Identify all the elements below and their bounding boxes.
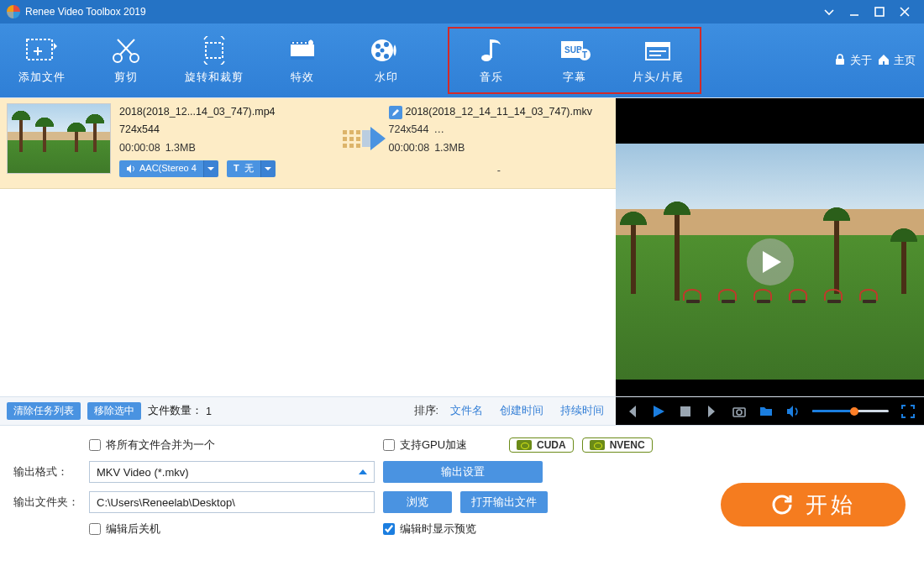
app-logo-icon — [7, 5, 20, 18]
volume-slider[interactable] — [812, 410, 889, 412]
output-format-combo[interactable]: MKV Video (*.mkv) — [89, 461, 375, 483]
lock-icon — [833, 53, 847, 69]
source-dur-size: 00:00:08 1.3MB — [119, 139, 340, 157]
video-preview[interactable] — [616, 98, 924, 425]
merge-checkbox-input[interactable] — [89, 439, 101, 451]
sort-by-duration[interactable]: 持续时间 — [560, 404, 604, 418]
close-button[interactable] — [892, 0, 917, 24]
clear-list-button[interactable]: 清除任务列表 — [7, 402, 81, 420]
toolbar-label: 字幕 — [563, 70, 586, 85]
prev-button[interactable] — [624, 404, 639, 419]
badge-label: NVENC — [610, 439, 645, 451]
nvidia-eye-icon — [590, 440, 605, 450]
browse-button[interactable]: 浏览 — [383, 491, 452, 513]
app-title: Renee Video Toolbox 2019 — [25, 6, 146, 18]
merge-files-checkbox[interactable]: 将所有文件合并为一个 — [89, 437, 307, 453]
sort-by-name[interactable]: 文件名 — [450, 404, 483, 418]
badge-label: CUDA — [537, 439, 566, 451]
remove-selected-button[interactable]: 移除选中 — [87, 402, 141, 420]
svg-rect-11 — [297, 42, 298, 44]
audio-track-chip[interactable]: AAC(Stereo 4 — [119, 160, 203, 177]
open-output-folder-button[interactable]: 打开输出文件 — [460, 491, 548, 513]
sort-by-created[interactable]: 创建时间 — [500, 404, 543, 418]
open-folder-button[interactable] — [759, 404, 774, 419]
link-label: 主页 — [894, 53, 916, 68]
list-toolbar: 清除任务列表 移除选中 文件数量： 1 排序: 文件名 创建时间 持续时间 — [0, 396, 616, 425]
gpu-checkbox-input[interactable] — [383, 439, 395, 451]
chip-prefix: T — [234, 160, 239, 176]
toolbar-label: 旋转和裁剪 — [185, 70, 244, 85]
sort-label: 排序: — [414, 404, 438, 418]
volume-icon[interactable] — [785, 404, 801, 419]
subtitle-track-chip[interactable]: T 无 — [227, 160, 260, 177]
subtitle-button[interactable]: SUBT 字幕 — [533, 29, 616, 92]
svg-rect-13 — [305, 42, 307, 44]
preview-checkbox-input[interactable] — [383, 523, 395, 535]
crop-rotate-icon — [197, 36, 231, 65]
output-format-label: 输出格式： — [13, 464, 81, 479]
shutdown-checkbox-input[interactable] — [89, 523, 101, 535]
checkbox-label: 支持GPU加速 — [400, 437, 467, 453]
output-progress-placeholder: - — [389, 162, 610, 180]
gpu-accel-checkbox[interactable]: 支持GPU加速 — [383, 437, 501, 453]
rotate-crop-button[interactable]: 旋转和裁剪 — [168, 24, 260, 97]
audio-chip-dropdown[interactable] — [203, 160, 218, 177]
fullscreen-button[interactable] — [900, 404, 916, 419]
music-button[interactable]: 音乐 — [449, 29, 533, 92]
preview-pane — [616, 98, 924, 425]
output-res-ellipsis: … — [433, 121, 444, 139]
svg-text:T: T — [582, 50, 587, 60]
start-label: 开始 — [806, 490, 856, 520]
next-button[interactable] — [705, 404, 720, 419]
cut-button[interactable]: 剪切 — [84, 24, 168, 97]
toolbar-label: 音乐 — [480, 70, 503, 85]
shutdown-after-checkbox[interactable]: 编辑后关机 — [89, 521, 307, 537]
output-size: 1.3MB — [434, 139, 465, 157]
chip-label: AAC(Stereo 4 — [139, 160, 197, 176]
main-toolbar: 添加文件 剪切 旋转和裁剪 特效 水印 音乐 SUBT 字幕 片头/片尾 — [0, 24, 924, 97]
svg-rect-3 — [34, 50, 42, 52]
snapshot-button[interactable] — [732, 404, 747, 419]
edit-output-icon[interactable] — [389, 106, 402, 119]
about-link[interactable]: 关于 — [833, 53, 872, 69]
subtitle-chip-dropdown[interactable] — [260, 160, 276, 177]
title-bar: Renee Video Toolbox 2019 — [0, 0, 924, 24]
svg-rect-32 — [836, 59, 844, 65]
toolbar-label: 水印 — [375, 70, 398, 85]
combo-value: MKV Video (*.mkv) — [97, 466, 189, 479]
output-settings-button[interactable]: 输出设置 — [383, 461, 543, 483]
add-file-button[interactable]: 添加文件 — [0, 24, 84, 97]
intro-outro-icon — [641, 36, 675, 65]
output-panel: 将所有文件合并为一个 支持GPU加速 CUDA NVENC 输出格式： MKV … — [0, 425, 924, 571]
checkbox-label: 将所有文件合并为一个 — [106, 437, 215, 453]
stop-button[interactable] — [678, 404, 693, 419]
file-row[interactable]: 2018(2018_12...14_03_747).mp4 724x544 00… — [0, 98, 616, 189]
output-folder-label: 输出文件夹： — [13, 495, 81, 510]
home-link[interactable]: 主页 — [877, 53, 916, 69]
player-controls — [616, 396, 924, 425]
source-duration: 00:00:08 — [119, 139, 160, 157]
maximize-button[interactable] — [867, 0, 892, 24]
toolbar-label: 特效 — [291, 70, 314, 85]
show-preview-checkbox[interactable]: 编辑时显示预览 — [383, 521, 476, 537]
play-overlay-button[interactable] — [747, 238, 794, 286]
play-button[interactable] — [651, 404, 666, 419]
music-note-icon — [475, 36, 508, 65]
effects-button[interactable]: 特效 — [260, 24, 344, 97]
refresh-icon — [770, 493, 794, 516]
file-count-value: 1 — [206, 406, 212, 417]
speaker-icon — [126, 164, 136, 174]
svg-rect-30 — [649, 50, 666, 52]
nvenc-badge: NVENC — [582, 437, 653, 453]
svg-point-18 — [384, 42, 389, 47]
start-button[interactable]: 开始 — [721, 483, 906, 526]
svg-rect-23 — [490, 39, 492, 58]
minimize-button[interactable] — [842, 0, 867, 24]
output-folder-field[interactable]: C:\Users\Reneelab\Desktop\ — [89, 491, 375, 513]
intro-outro-button[interactable]: 片头/片尾 — [617, 29, 700, 92]
output-info: 2018(2018_12_14_11_14_03_747).mkv 724x54… — [389, 103, 610, 180]
link-label: 关于 — [850, 53, 872, 68]
menu-dropdown-button[interactable] — [816, 0, 842, 24]
watermark-button[interactable]: 水印 — [344, 24, 428, 97]
svg-rect-12 — [301, 42, 302, 44]
